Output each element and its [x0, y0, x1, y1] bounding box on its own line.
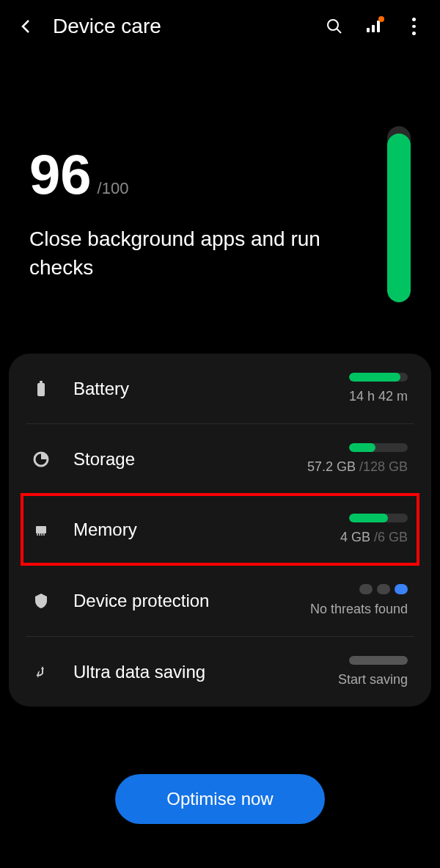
list-item-protection[interactable]: Device protection No threats found — [26, 565, 414, 637]
list-item-memory[interactable]: Memory 4 GB /6 GB — [26, 495, 414, 565]
signal-icon[interactable] — [365, 18, 383, 35]
app-header: Device care — [0, 0, 440, 53]
storage-bar — [349, 443, 408, 452]
score-row: 96 /100 — [29, 147, 373, 203]
list-label: Battery — [73, 379, 129, 399]
svg-rect-4 — [377, 21, 380, 32]
notification-dot — [378, 16, 384, 22]
search-icon[interactable] — [326, 18, 343, 35]
svg-rect-8 — [36, 526, 46, 533]
score-bar — [387, 126, 411, 302]
svg-rect-2 — [367, 28, 370, 32]
more-icon[interactable] — [405, 18, 422, 35]
battery-icon — [32, 380, 50, 398]
list-label: Storage — [73, 449, 135, 470]
storage-icon — [32, 451, 50, 468]
list-label: Ultra data saving — [73, 662, 205, 682]
score-message: Close background apps and run checks — [29, 225, 373, 282]
score-max: /100 — [98, 179, 129, 198]
page-title: Device care — [53, 15, 308, 38]
battery-value: 14 h 42 m — [349, 389, 408, 404]
header-actions — [326, 18, 422, 35]
memory-bar — [349, 514, 408, 522]
score-value: 96 — [29, 147, 92, 203]
ultra-value: Start saving — [338, 672, 408, 688]
svg-rect-5 — [37, 383, 45, 396]
list-item-storage[interactable]: Storage 57.2 GB /128 GB — [26, 424, 414, 495]
protection-dots — [359, 584, 408, 594]
memory-value: 4 GB /6 GB — [340, 530, 408, 545]
data-saving-icon — [32, 663, 50, 681]
battery-bar — [349, 373, 408, 382]
memory-icon — [32, 521, 50, 539]
ultra-bar — [349, 656, 408, 665]
shield-icon — [32, 592, 50, 610]
list-item-ultra-data[interactable]: Ultra data saving Start saving — [26, 637, 414, 707]
bottom-action-area: Optimise now — [0, 774, 440, 824]
score-bar-fill — [387, 134, 411, 302]
svg-point-0 — [328, 20, 338, 30]
care-list: Battery 14 h 42 m Storage 57.2 GB /128 G… — [9, 354, 431, 707]
list-label: Memory — [73, 519, 137, 540]
optimise-button[interactable]: Optimise now — [115, 774, 324, 824]
list-item-battery[interactable]: Battery 14 h 42 m — [26, 354, 414, 424]
svg-rect-3 — [372, 25, 375, 32]
svg-rect-6 — [40, 381, 43, 383]
back-icon[interactable] — [18, 18, 35, 35]
list-label: Device protection — [73, 591, 209, 611]
protection-value: No threats found — [310, 602, 408, 617]
storage-value: 57.2 GB /128 GB — [307, 459, 408, 475]
svg-line-1 — [337, 29, 341, 33]
score-section: 96 /100 Close background apps and run ch… — [0, 53, 440, 346]
